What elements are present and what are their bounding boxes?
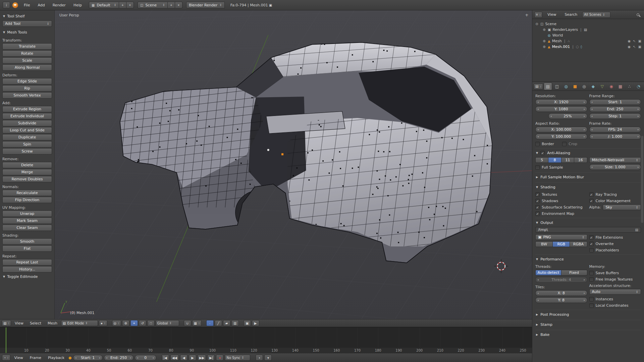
- threads-fixed[interactable]: Fixed: [561, 270, 587, 276]
- file-format-dropdown[interactable]: ▣ PNG: [535, 234, 587, 240]
- tool-rotate[interactable]: Rotate: [2, 50, 52, 57]
- tool-translate[interactable]: Translate: [2, 43, 52, 50]
- pivot-align-toggle[interactable]: ⊕: [122, 320, 129, 326]
- toggle-editmode-panel-header[interactable]: ▼ Toggle Editmode: [2, 273, 52, 280]
- tool-shelf-header[interactable]: ▼ Tool Shelf: [2, 13, 52, 20]
- fps-base-slider[interactable]: /: 1.000: [589, 134, 641, 139]
- outliner-item-mesh[interactable]: ⊕ ▲ Mesh | ∴ ◉ ↖ ▣: [534, 38, 643, 44]
- tool-duplicate[interactable]: Duplicate: [2, 134, 52, 140]
- menu-file[interactable]: File: [20, 2, 33, 9]
- timeline-editor[interactable]: 1020304050607080901001101201301401501601…: [0, 327, 532, 353]
- checkbox-box[interactable]: ✓: [535, 192, 540, 197]
- tool-repeat-last[interactable]: Repeat Last: [2, 259, 52, 265]
- aa-size-slider[interactable]: Size: 1.000: [589, 164, 641, 170]
- snap-magnet-toggle[interactable]: ∪: [184, 320, 191, 326]
- frame-start-slider[interactable]: Start: 1: [589, 99, 641, 105]
- tool-unwrap[interactable]: Unwrap: [2, 210, 52, 217]
- crop-checkbox[interactable]: Crop: [562, 141, 587, 147]
- screen-layout-dropdown[interactable]: ▦ Default: [89, 2, 119, 8]
- expand-icon[interactable]: ⊕: [542, 45, 546, 49]
- editor-type-info-button[interactable]: i: [3, 2, 10, 8]
- aa-filter-dropdown[interactable]: Mitchell-Netravali: [589, 157, 641, 163]
- scene-tab[interactable]: ◫: [553, 82, 561, 90]
- world-tab[interactable]: ◍: [562, 82, 570, 90]
- viewport-shading-dropdown[interactable]: ●: [99, 320, 107, 326]
- free-image-textures-checkbox[interactable]: Free Image Textures: [589, 276, 641, 283]
- selectability-icon[interactable]: ↖: [633, 39, 636, 43]
- tool-flip-direction[interactable]: Flip Direction: [2, 197, 52, 203]
- tool-mark-seam[interactable]: Mark Seam: [2, 218, 52, 224]
- tool-smooth[interactable]: Smooth: [2, 238, 52, 245]
- checkbox-box[interactable]: ✓: [535, 212, 540, 216]
- snap-element-dropdown[interactable]: ▦: [192, 320, 202, 326]
- viewport-3d[interactable]: User Persp x y (0) Mesh.001 +: [55, 10, 532, 319]
- object-tab[interactable]: ■: [571, 82, 579, 90]
- editor-type-timeline-button[interactable]: ◔: [2, 355, 10, 361]
- preview-range-icon[interactable]: ●: [68, 356, 72, 360]
- local-coordinates-checkbox[interactable]: Local Coordinates: [589, 302, 641, 309]
- keying-set-dropdown[interactable]: ▾: [264, 355, 272, 361]
- texture-tab[interactable]: ▦: [616, 82, 625, 90]
- save-buffers-checkbox[interactable]: Save Buffers: [589, 270, 641, 276]
- mesh-tools-panel-header[interactable]: ▼ Mesh Tools: [2, 29, 52, 36]
- tool-screw[interactable]: Screw: [2, 148, 52, 155]
- menu-view-outliner[interactable]: View: [544, 11, 559, 18]
- acceleration-dropdown[interactable]: Auto: [589, 289, 641, 295]
- border-checkbox[interactable]: Border: [535, 141, 560, 147]
- tool-spin[interactable]: Spin: [2, 141, 52, 147]
- jump-to-end-button[interactable]: ▶|: [207, 355, 215, 361]
- checkbox-box[interactable]: ✓: [589, 235, 594, 240]
- renderability-icon[interactable]: ▣: [638, 45, 641, 49]
- opengl-render-button[interactable]: ▣: [244, 320, 251, 326]
- color-mode-rgba[interactable]: RGBA: [570, 241, 587, 247]
- fsmb-panel-header[interactable]: ▶ Full Sample Motion Blur: [535, 172, 641, 181]
- aspect-y-slider[interactable]: Y: 100.000: [535, 134, 587, 139]
- selectability-icon[interactable]: ↖: [633, 45, 636, 49]
- outliner-item-mesh001[interactable]: ⊕ ▲ Mesh.001 | ◌ ◊ ◉ ↖ ▣: [534, 44, 643, 50]
- editor-type-outliner-button[interactable]: ≡: [534, 12, 542, 18]
- shading-panel-header[interactable]: ▼ Shading: [535, 182, 641, 191]
- visibility-eye-icon[interactable]: ◉: [628, 45, 631, 49]
- post-processing-panel-header[interactable]: ▶ Post Processing: [535, 310, 641, 319]
- frame-end-field[interactable]: End: 250: [104, 355, 133, 361]
- properties-region-expand-icon[interactable]: +: [525, 12, 529, 17]
- placeholders-checkbox[interactable]: Placeholders: [589, 247, 641, 253]
- add-layout-button[interactable]: +: [119, 2, 126, 8]
- tool-scale[interactable]: Scale: [2, 57, 52, 64]
- record-button[interactable]: ●: [216, 355, 223, 361]
- constraints-tab[interactable]: ◎: [580, 82, 588, 90]
- tool-recalculate[interactable]: Recalculate: [2, 190, 52, 196]
- aspect-x-slider[interactable]: X: 100.000: [535, 127, 587, 132]
- object-data-tab[interactable]: ▽: [598, 82, 606, 90]
- full-sample-checkbox[interactable]: Full Sample: [535, 164, 587, 171]
- play-button[interactable]: ▶: [189, 355, 196, 361]
- subsurface-scattering-checkbox[interactable]: ✓ Subsurface Scattering: [535, 204, 587, 210]
- visibility-eye-icon[interactable]: ◉: [628, 39, 631, 43]
- tool-history[interactable]: History...: [2, 266, 52, 273]
- tool-smooth-vertex[interactable]: Smooth Vertex: [2, 92, 52, 99]
- manipulator-translate-button[interactable]: +: [130, 320, 138, 326]
- outliner-scope-dropdown[interactable]: All Scenes: [582, 12, 610, 18]
- tool-clear-seam[interactable]: Clear Seam: [2, 225, 52, 231]
- frame-step-slider[interactable]: Step: 1: [589, 113, 641, 119]
- tool-extrude-region[interactable]: Extrude Region: [2, 106, 52, 112]
- manipulator-rotate-button[interactable]: ↺: [139, 320, 146, 326]
- output-path-field[interactable]: /tmp\: [535, 227, 641, 233]
- render-engine-dropdown[interactable]: Blender Render: [186, 2, 225, 8]
- alpha-dropdown[interactable]: Sky: [603, 204, 641, 210]
- threads-auto-detect[interactable]: Auto-detect: [535, 270, 561, 276]
- tool-merge[interactable]: Merge: [2, 169, 52, 175]
- tiles-y-slider[interactable]: Y: 8: [535, 297, 587, 303]
- menu-search-outliner[interactable]: Search: [561, 11, 581, 18]
- color-mode-bw[interactable]: BW: [535, 241, 553, 247]
- checkbox-box[interactable]: [589, 271, 594, 275]
- add-tool-dropdown[interactable]: Add Tool: [2, 20, 52, 27]
- file-extensions-checkbox[interactable]: ✓ File Extensions: [589, 234, 641, 241]
- physics-tab[interactable]: ◔: [634, 82, 643, 90]
- mode-dropdown[interactable]: ▧ Edit Mode: [61, 320, 98, 326]
- output-panel-header[interactable]: ▼ Output: [535, 218, 641, 227]
- shadows-checkbox[interactable]: ✓ Shadows: [535, 198, 587, 204]
- tool-extrude-individual[interactable]: Extrude Individual: [2, 113, 52, 119]
- renderability-icon[interactable]: ▣: [638, 39, 641, 43]
- current-frame-field[interactable]: 0: [135, 355, 156, 361]
